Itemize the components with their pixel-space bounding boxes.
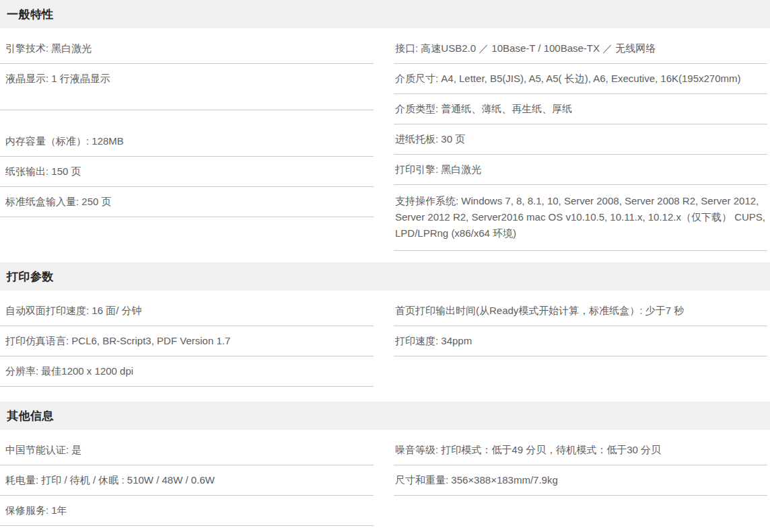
spec-row-feed-tray: 进纸托板: 30 页 <box>394 124 767 155</box>
other-left-column: 中国节能认证: 是 耗电量: 打印 / 待机 / 休眠 : 510W / 48W… <box>0 435 374 526</box>
spec-row-interface: 接口: 高速USB2.0 ／ 10Base-T / 100Base-TX ／ 无… <box>394 34 767 64</box>
spec-row-first-print-time: 首页打印输出时间(从Ready模式开始计算，标准纸盒）: 少于7 秒 <box>394 296 767 326</box>
spec-row-resolution: 分辨率: 最佳1200 x 1200 dpi <box>0 356 374 387</box>
spec-row-supported-os: 支持操作系统: Windows 7, 8, 8.1, 10, Server 20… <box>394 185 767 251</box>
spec-row-engine-technology: 引擎技术: 黑白激光 <box>0 34 374 64</box>
supported-os-line-3: LPD/LPRng (x86/x64 环境) <box>395 225 767 241</box>
spec-row-energy-certification: 中国节能认证: 是 <box>0 435 374 465</box>
supported-os-line-2: Server 2012 R2, Server2016 mac OS v10.10… <box>395 209 767 225</box>
printer-spec-page: 一般特性 引擎技术: 黑白激光 液晶显示: 1 行液晶显示 内存容量（标准）: … <box>0 0 770 526</box>
section-title-general: 一般特性 <box>7 7 54 22</box>
other-right-column: 噪音等级: 打印模式：低于49 分贝，待机模式：低于30 分贝 尺寸和重量: 3… <box>394 435 767 526</box>
section-title-other: 其他信息 <box>7 408 54 424</box>
section-header-general: 一般特性 <box>0 0 770 28</box>
section-title-print: 打印参数 <box>7 269 54 284</box>
supported-os-line-1: 支持操作系统: Windows 7, 8, 8.1, 10, Server 20… <box>395 193 767 209</box>
section-header-other: 其他信息 <box>0 402 770 430</box>
spec-row-standard-tray-input: 标准纸盒输入量: 250 页 <box>0 187 374 217</box>
general-right-column: 接口: 高速USB2.0 ／ 10Base-T / 100Base-TX ／ 无… <box>394 34 767 251</box>
print-left-column: 自动双面打印速度: 16 面/ 分钟 打印仿真语言: PCL6, BR-Scri… <box>0 296 374 387</box>
section-body-print: 自动双面打印速度: 16 面/ 分钟 打印仿真语言: PCL6, BR-Scri… <box>0 291 770 387</box>
spec-row-media-size: 介质尺寸: A4, Letter, B5(JIS), A5, A5( 长边), … <box>394 64 767 94</box>
section-header-print: 打印参数 <box>0 262 770 291</box>
spec-row-power-consumption: 耗电量: 打印 / 待机 / 休眠 : 510W / 48W / 0.6W <box>0 465 374 496</box>
spec-row-warranty: 保修服务: 1年 <box>0 496 374 526</box>
spec-row-dimensions-weight: 尺寸和重量: 356×388×183mm/7.9kg <box>394 465 767 496</box>
spec-row-duplex-print-speed: 自动双面打印速度: 16 面/ 分钟 <box>0 296 374 326</box>
spec-row-media-type: 介质类型: 普通纸、薄纸、再生纸、厚纸 <box>394 94 767 124</box>
section-body-general: 引擎技术: 黑白激光 液晶显示: 1 行液晶显示 内存容量（标准）: 128MB… <box>0 28 770 251</box>
spec-row-emulation-language: 打印仿真语言: PCL6, BR-Script3, PDF Version 1.… <box>0 326 374 356</box>
spec-row-print-engine: 打印引擎: 黑白激光 <box>394 155 767 185</box>
spec-row-noise-level: 噪音等级: 打印模式：低于49 分贝，待机模式：低于30 分贝 <box>394 435 767 465</box>
print-right-column: 首页打印输出时间(从Ready模式开始计算，标准纸盒）: 少于7 秒 打印速度:… <box>394 296 767 387</box>
section-other-info: 其他信息 中国节能认证: 是 耗电量: 打印 / 待机 / 休眠 : 510W … <box>0 402 770 526</box>
spec-row-print-speed: 打印速度: 34ppm <box>394 326 767 356</box>
section-general-features: 一般特性 引擎技术: 黑白激光 液晶显示: 1 行液晶显示 内存容量（标准）: … <box>0 0 770 251</box>
section-body-other: 中国节能认证: 是 耗电量: 打印 / 待机 / 休眠 : 510W / 48W… <box>0 430 770 526</box>
spec-row-memory-capacity: 内存容量（标准）: 128MB <box>0 110 374 157</box>
spec-row-paper-output: 纸张输出: 150 页 <box>0 157 374 187</box>
general-left-column: 引擎技术: 黑白激光 液晶显示: 1 行液晶显示 内存容量（标准）: 128MB… <box>0 34 374 251</box>
spec-row-lcd-display: 液晶显示: 1 行液晶显示 <box>0 64 374 110</box>
section-print-parameters: 打印参数 自动双面打印速度: 16 面/ 分钟 打印仿真语言: PCL6, BR… <box>0 262 770 387</box>
